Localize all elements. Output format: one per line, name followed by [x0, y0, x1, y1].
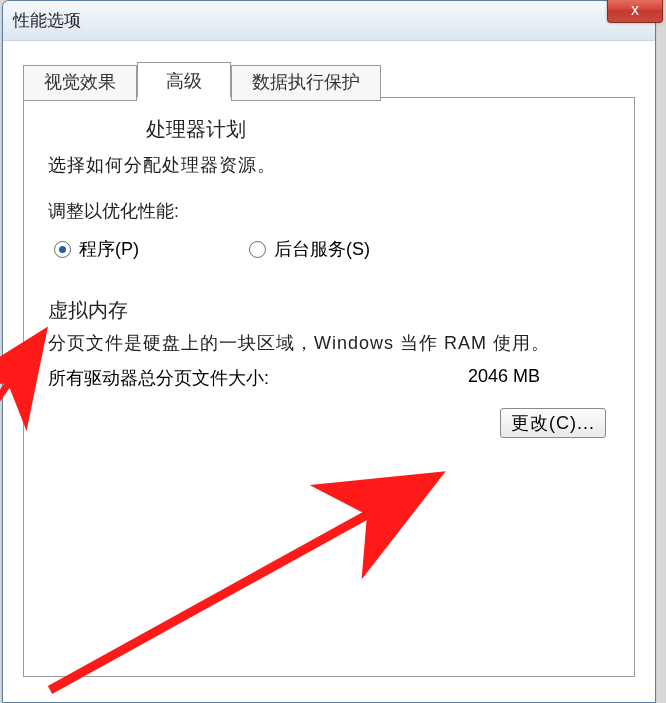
vm-total-value: 2046 MB: [468, 366, 540, 390]
window-title: 性能选项: [13, 9, 81, 32]
radio-programs-label: 程序(P): [79, 237, 139, 261]
vm-heading: 虚拟内存: [48, 297, 610, 324]
processor-heading: 处理器计划: [146, 116, 610, 143]
close-button[interactable]: x: [607, 0, 663, 23]
close-icon: x: [631, 1, 639, 19]
vm-size-row: 所有驱动器总分页文件大小: 2046 MB: [48, 366, 610, 390]
tab-visual-effects[interactable]: 视觉效果: [23, 65, 137, 101]
tab-panel-advanced: 处理器计划 选择如何分配处理器资源。 调整以优化性能: 程序(P) 后台服务(S…: [23, 97, 635, 677]
radio-services-label: 后台服务(S): [274, 237, 370, 261]
vm-total-label: 所有驱动器总分页文件大小:: [48, 366, 269, 390]
radio-icon: [54, 241, 71, 258]
change-button[interactable]: 更改(C)...: [500, 408, 606, 438]
tab-advanced[interactable]: 高级: [137, 62, 231, 98]
virtual-memory-group: 虚拟内存 分页文件是硬盘上的一块区域，Windows 当作 RAM 使用。 所有…: [48, 297, 610, 438]
performance-options-window: 性能选项 x 视觉效果 高级 数据执行保护 处理器计划 选择如何分配处理器资源。…: [2, 0, 656, 703]
client-area: 视觉效果 高级 数据执行保护 处理器计划 选择如何分配处理器资源。 调整以优化性…: [3, 41, 655, 677]
radio-background-services[interactable]: 后台服务(S): [249, 237, 370, 261]
adjust-label: 调整以优化性能:: [48, 199, 610, 223]
processor-radio-group: 程序(P) 后台服务(S): [54, 237, 610, 261]
processor-scheduling-group: 处理器计划: [48, 116, 610, 143]
vm-desc: 分页文件是硬盘上的一块区域，Windows 当作 RAM 使用。: [48, 330, 610, 358]
titlebar: 性能选项 x: [3, 1, 655, 41]
radio-icon: [249, 241, 266, 258]
tab-strip: 视觉效果 高级 数据执行保护: [23, 62, 635, 98]
radio-programs[interactable]: 程序(P): [54, 237, 139, 261]
processor-desc: 选择如何分配处理器资源。: [48, 153, 610, 177]
tab-dep[interactable]: 数据执行保护: [231, 65, 381, 101]
